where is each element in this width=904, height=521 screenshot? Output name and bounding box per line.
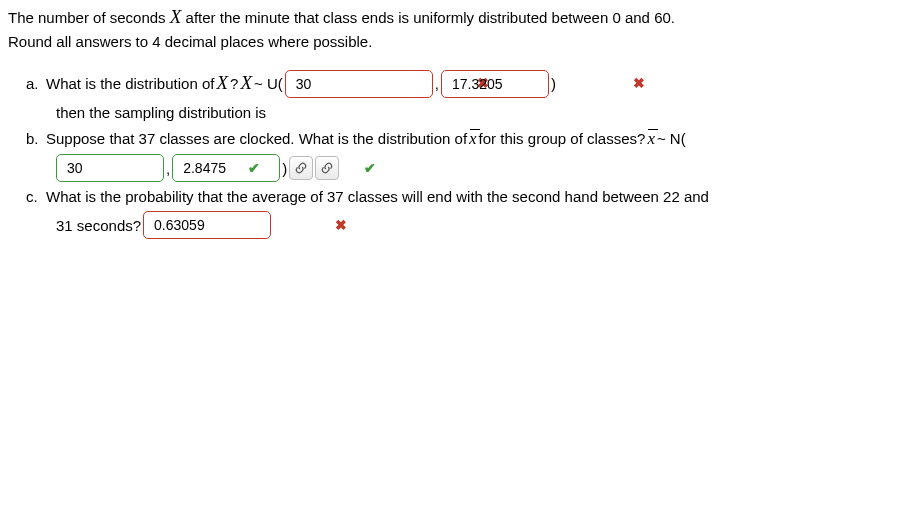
qc-input-1[interactable]	[152, 216, 331, 234]
xbar-icon: x	[469, 127, 477, 151]
qa-input-2-box: ✖	[441, 70, 549, 98]
qa-var-2: X	[240, 70, 252, 97]
wrong-icon: ✖	[633, 74, 645, 94]
qa-text-2: ?	[230, 73, 238, 94]
intro-block: The number of seconds X after the minute…	[8, 4, 896, 52]
wrong-icon: ✖	[335, 216, 347, 236]
correct-icon: ✔	[364, 159, 376, 179]
question-b-inputs: ✔ , ✔ )	[56, 154, 896, 182]
qb-text-1: Suppose that 37 classes are clocked. Wha…	[46, 128, 467, 149]
question-a: a. What is the distribution of X ? X ~ U…	[26, 70, 896, 98]
qa-close: )	[551, 73, 556, 94]
qb-comma: ,	[166, 158, 170, 179]
question-c-line1: c. What is the probability that the aver…	[26, 186, 896, 207]
question-b: b. Suppose that 37 classes are clocked. …	[26, 127, 896, 151]
qb-text-2: for this group of classes?	[479, 128, 646, 149]
label-b: b.	[26, 128, 44, 149]
qa-text-3: ~ U(	[254, 73, 283, 94]
qa-input-1-box: ✖	[285, 70, 433, 98]
intro-text-2: Round all answers to 4 decimal places wh…	[8, 33, 372, 50]
qb-input-1-box: ✔	[56, 154, 164, 182]
qb-input-2-box: ✔	[172, 154, 280, 182]
intro-var-x: X	[170, 6, 182, 27]
qa-input-2[interactable]	[450, 75, 629, 93]
qc-input-1-box: ✖	[143, 211, 271, 239]
qb-text-3: ~ N(	[657, 128, 686, 149]
qa-sub-text: then the sampling distribution is	[56, 102, 896, 123]
label-c: c.	[26, 186, 44, 207]
intro-text-1: The number of seconds	[8, 9, 170, 26]
qa-comma: ,	[435, 73, 439, 94]
qc-text-2: 31 seconds?	[56, 215, 141, 236]
qa-text-1: What is the distribution of	[46, 73, 214, 94]
help-link-icon[interactable]	[315, 156, 339, 180]
qa-var-1: X	[216, 70, 228, 97]
question-c-line2: 31 seconds? ✖	[56, 211, 896, 239]
qb-close: )	[282, 158, 287, 179]
intro-text-1b: after the minute that class ends is unif…	[181, 9, 675, 26]
xbar-icon: x	[647, 127, 655, 151]
help-link-icon[interactable]	[289, 156, 313, 180]
qc-text-1: What is the probability that the average…	[46, 186, 709, 207]
question-list: a. What is the distribution of X ? X ~ U…	[26, 70, 896, 240]
label-a: a.	[26, 73, 44, 94]
